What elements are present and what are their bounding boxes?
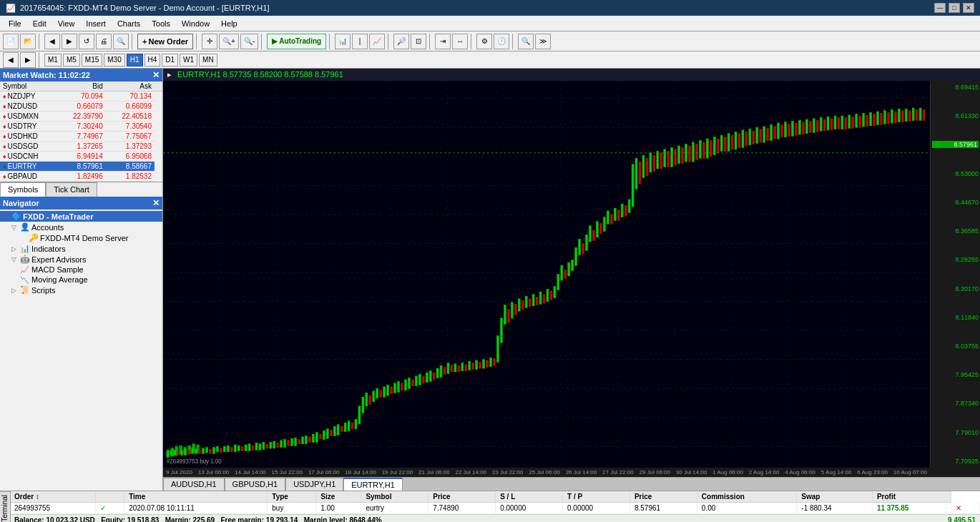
svg-rect-114 <box>433 373 435 380</box>
svg-rect-202 <box>745 132 748 146</box>
options-button[interactable]: ⚙ <box>476 34 492 49</box>
nav-item-fxdd[interactable]: ▽ 🔷 FXDD - MetaTrader <box>0 211 162 222</box>
market-watch-close[interactable]: ✕ <box>152 70 160 80</box>
mw-row-usdcnh[interactable]: ♦USDCNH 6.94914 6.95068 <box>0 152 162 162</box>
nav-icon-ea: 🤖 <box>20 255 30 264</box>
tf-w1[interactable]: W1 <box>180 54 197 67</box>
auto-trading-button[interactable]: ▶ AutoTrading <box>267 34 326 49</box>
menu-edit[interactable]: Edit <box>27 18 52 29</box>
mw-row-usdsgd[interactable]: ♦USDSGD 1.37265 1.37293 <box>0 142 162 152</box>
chart-tab-audusd[interactable]: AUDUSD,H1 <box>163 478 225 491</box>
th-size: Size <box>316 491 361 503</box>
tf-m15[interactable]: M15 <box>82 54 102 67</box>
menu-help[interactable]: Help <box>215 18 243 29</box>
autoscroll-button[interactable]: ↔ <box>452 34 468 49</box>
mw-row-gbpaud[interactable]: ♦GBPAUD 1.82496 1.82532 <box>0 172 162 182</box>
refresh-button[interactable]: ↺ <box>79 34 94 49</box>
svg-rect-118 <box>447 363 449 374</box>
mw-tab-symbols[interactable]: Symbols <box>0 182 46 197</box>
tb-nav-left[interactable]: ◀ <box>3 52 19 68</box>
zoom-out-button[interactable]: 🔍- <box>240 34 258 49</box>
svg-rect-167 <box>621 204 623 217</box>
menu-insert[interactable]: Insert <box>80 18 112 29</box>
nav-item-ma[interactable]: 📉 Moving Average <box>0 275 162 285</box>
mw-row-nzdjpy[interactable]: ♦NZDJPY 70.094 70.134 <box>0 92 162 102</box>
open-button[interactable]: 📂 <box>20 34 36 49</box>
tf-d1[interactable]: D1 <box>162 54 178 67</box>
tf-mn[interactable]: MN <box>199 54 217 67</box>
mw-row-nzdusd[interactable]: ♦NZDUSD 0.66079 0.66099 <box>0 102 162 112</box>
chart-type-button[interactable]: 📈 <box>369 34 385 49</box>
nav-item-accounts[interactable]: ▽ 👤 Accounts <box>0 222 162 232</box>
more-button[interactable]: ≫ <box>535 34 551 49</box>
shift-button[interactable]: ⇥ <box>435 34 451 49</box>
title-bar: 📈 2017654045: FXDD-MT4 Demo Server - Dem… <box>0 0 980 16</box>
tf-m30[interactable]: M30 <box>104 54 124 67</box>
mw-tab-tick-chart[interactable]: Tick Chart <box>46 182 97 197</box>
zoom-fit-button[interactable]: ⊡ <box>411 34 426 49</box>
svg-rect-203 <box>749 129 751 145</box>
menu-file[interactable]: File <box>3 18 27 29</box>
td-close[interactable]: ✕ <box>951 503 979 514</box>
chart-tab-eurtry[interactable]: EURTRY,H1 <box>343 478 403 491</box>
tb-nav-right[interactable]: ▶ <box>20 52 36 68</box>
svg-rect-212 <box>781 124 783 137</box>
chart-tab-usdjpy[interactable]: USDJPY,H1 <box>285 478 343 491</box>
nav-item-macd[interactable]: 📈 MACD Sample <box>0 265 162 275</box>
chart-canvas[interactable]: #264993753 buy 1.00 <box>163 81 930 468</box>
th-price-cur: Price <box>629 491 697 503</box>
bottom-area: Terminal Order ↕ Time Type Size Symbol P… <box>0 491 980 522</box>
mw-row-usdtry[interactable]: ♦USDTRY 7.30240 7.30540 <box>0 122 162 132</box>
th-indicator <box>96 491 124 503</box>
td-indicator: ✓ <box>96 503 124 514</box>
tf-h1[interactable]: H1 <box>127 54 143 67</box>
new-chart-button[interactable]: 📄 <box>3 34 19 49</box>
maximize-button[interactable]: □ <box>949 3 960 13</box>
tf-m1[interactable]: M1 <box>44 54 62 67</box>
menu-window[interactable]: Window <box>176 18 215 29</box>
indicator-button[interactable]: 📊 <box>335 34 351 49</box>
svg-rect-127 <box>479 362 481 368</box>
tf-h4[interactable]: H4 <box>144 54 161 67</box>
svg-rect-113 <box>429 371 431 382</box>
svg-rect-172 <box>639 162 641 184</box>
svg-rect-135 <box>507 310 509 322</box>
nav-item-indicators[interactable]: ▷ 📊 Indicators <box>0 243 162 254</box>
td-swap: -1 880.34 <box>797 503 873 514</box>
zoom-100-button[interactable]: 🔎 <box>393 34 409 49</box>
back-button[interactable]: ◀ <box>44 34 60 49</box>
menu-tools[interactable]: Tools <box>146 18 176 29</box>
expand-icon-scripts: ▷ <box>11 287 19 294</box>
menu-charts[interactable]: Charts <box>112 18 146 29</box>
new-order-button[interactable]: + New Order <box>137 34 193 49</box>
menu-view[interactable]: View <box>52 18 81 29</box>
navigator-title: Navigator <box>3 199 39 207</box>
svg-rect-42 <box>177 452 180 455</box>
mw-col-symbol: Symbol <box>0 82 57 92</box>
zoom-in-button[interactable]: 🔍+ <box>219 34 239 49</box>
mw-row-usdmxn[interactable]: ♦USDMXN 22.39790 22.40518 <box>0 112 162 122</box>
print-button[interactable]: 🖨 <box>96 34 112 49</box>
mw-symbol-name: ♦USDSGD <box>0 142 57 152</box>
mw-row-eurtry[interactable]: ♦EURTRY 8.57961 8.58667 <box>0 162 162 172</box>
svg-rect-158 <box>589 226 592 242</box>
minimize-button[interactable]: — <box>934 3 946 13</box>
crosshair-button[interactable]: ✛ <box>202 34 217 49</box>
title-text: 2017654045: FXDD-MT4 Demo Server - Demo … <box>20 4 269 12</box>
close-button[interactable]: ✕ <box>963 3 974 13</box>
nav-item-server[interactable]: 🔑 FXDD-MT4 Demo Server <box>0 232 162 243</box>
clock-button[interactable]: 🕐 <box>494 34 509 49</box>
tf-m5[interactable]: M5 <box>63 54 80 67</box>
forward-button[interactable]: ▶ <box>62 34 77 49</box>
terminal-tab[interactable]: Terminal <box>0 491 11 522</box>
mw-row-usdhkd[interactable]: ♦USDHKD 7.74967 7.75067 <box>0 132 162 142</box>
nav-item-expert-advisors[interactable]: ▽ 🤖 Expert Advisors <box>0 254 162 265</box>
period-sep-button[interactable]: | <box>352 34 368 49</box>
navigator-close[interactable]: ✕ <box>152 198 160 208</box>
print-preview-button[interactable]: 🔍 <box>113 34 129 49</box>
svg-rect-130 <box>490 358 492 366</box>
th-time: Time <box>124 491 268 503</box>
nav-item-scripts[interactable]: ▷ 📜 Scripts <box>0 285 162 295</box>
chart-tab-gbpusd[interactable]: GBPUSD,H1 <box>225 478 286 491</box>
search-button[interactable]: 🔍 <box>518 34 534 49</box>
